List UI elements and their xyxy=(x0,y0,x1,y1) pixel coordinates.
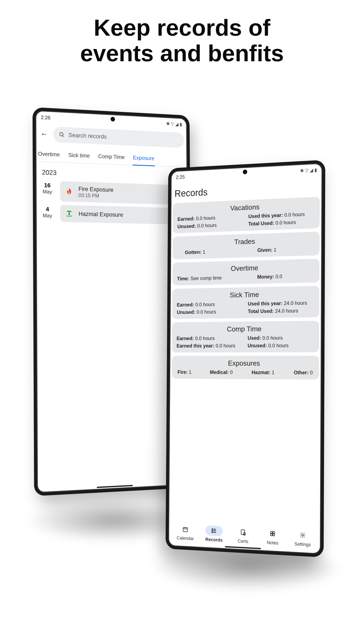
svg-line-1 xyxy=(63,135,64,137)
tab-exposure[interactable]: Exposure xyxy=(133,152,155,166)
svg-line-4 xyxy=(183,529,187,529)
bottom-nav: Calendar Records Certs Notes Settings xyxy=(170,521,319,549)
nav-notes[interactable]: Notes xyxy=(264,528,282,546)
event-date: 4 May xyxy=(39,204,56,222)
svg-rect-13 xyxy=(241,530,245,535)
nav-calendar[interactable]: Calendar xyxy=(177,524,194,541)
nav-settings[interactable]: Settings xyxy=(294,530,312,548)
card-title: Trades xyxy=(177,235,315,248)
svg-point-12 xyxy=(212,532,212,533)
svg-point-11 xyxy=(212,530,212,531)
card-title: Overtime xyxy=(177,262,315,274)
card-comp-time[interactable]: Comp Time Earned: 0.0 hours Used: 0.0 ho… xyxy=(172,321,319,352)
svg-line-7 xyxy=(213,529,216,529)
tab-sick-time[interactable]: Sick time xyxy=(68,150,90,163)
nav-certs[interactable]: Certs xyxy=(234,527,252,545)
event-title: Fire Exposure xyxy=(78,185,113,193)
card-sick-time[interactable]: Sick Time Earned: 0.0 hours Used this ye… xyxy=(172,286,319,319)
card-overtime[interactable]: Overtime Time: See comp time Money: 0.0 xyxy=(172,259,319,286)
nav-label: Notes xyxy=(264,540,281,546)
hazmat-icon xyxy=(65,209,74,218)
svg-line-9 xyxy=(213,532,216,533)
svg-rect-16 xyxy=(273,532,275,534)
card-exposures[interactable]: Exposures Fire: 1 Medical: 0 Hazmat: 1 O… xyxy=(172,356,319,380)
card-trades[interactable]: Trades Gotten: 1 Given: 1 xyxy=(173,231,320,259)
search-placeholder: Search records xyxy=(68,132,107,140)
phone-records-summary: 2:25 ✱ ▽ ◢ ▮ Records Vacations Earned: 0… xyxy=(166,160,325,558)
status-icons: ✱ ▽ ◢ ▮ xyxy=(300,167,317,174)
svg-rect-3 xyxy=(183,527,187,532)
svg-rect-15 xyxy=(270,532,272,534)
svg-point-0 xyxy=(60,132,63,136)
cert-icon xyxy=(234,527,252,538)
svg-point-10 xyxy=(212,529,212,530)
tab-comp-time[interactable]: Comp Time xyxy=(98,151,125,165)
marketing-headline: Keep records of events and benfits xyxy=(0,15,364,66)
card-title: Comp Time xyxy=(177,324,314,334)
gesture-bar xyxy=(97,485,133,488)
tab-overtime[interactable]: Overtime xyxy=(38,148,60,162)
nav-records[interactable]: Records xyxy=(205,525,223,543)
back-button[interactable]: ← xyxy=(39,129,50,139)
search-input[interactable]: Search records xyxy=(53,126,184,148)
card-vacations[interactable]: Vacations Earned: 0.0 hours Used this ye… xyxy=(173,197,320,233)
event-title: Hazmat Exposure xyxy=(79,211,123,218)
event-date: 16 May xyxy=(39,180,56,201)
nav-label: Calendar xyxy=(177,535,194,541)
nav-label: Settings xyxy=(294,541,312,548)
headline-line-2: events and benfits xyxy=(0,41,364,66)
event-time: 03:15 PM xyxy=(78,192,113,199)
list-item[interactable]: 4 May Hazmat Exposure xyxy=(33,203,190,227)
gear-icon xyxy=(294,530,312,541)
svg-line-8 xyxy=(213,531,216,531)
status-time: 2:25 xyxy=(176,174,185,180)
svg-point-19 xyxy=(302,534,303,536)
camera-hole xyxy=(111,117,115,121)
status-time: 2:26 xyxy=(41,114,51,121)
list-icon xyxy=(205,525,223,536)
card-title: Sick Time xyxy=(177,289,314,300)
notes-icon xyxy=(264,528,281,539)
calendar-icon xyxy=(177,524,194,535)
card-title: Exposures xyxy=(176,359,314,367)
gesture-bar xyxy=(225,546,261,549)
svg-rect-17 xyxy=(270,534,272,536)
nav-label: Records xyxy=(205,537,223,543)
status-icons: ✱ ▽ ◢ ▮ xyxy=(166,121,182,127)
svg-rect-18 xyxy=(273,534,275,536)
headline-line-1: Keep records of xyxy=(0,15,364,41)
nav-label: Certs xyxy=(234,538,252,545)
search-icon xyxy=(59,132,65,138)
fire-icon xyxy=(65,187,74,197)
